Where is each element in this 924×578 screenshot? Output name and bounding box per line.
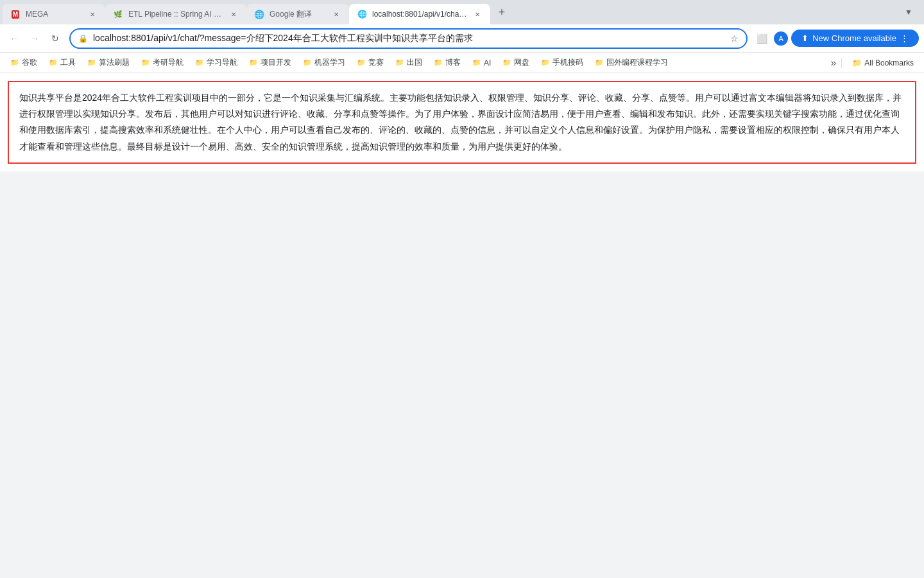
bookmark-ai[interactable]: 📁 AI (467, 56, 496, 70)
bookmark-study-icon: 📁 (195, 58, 204, 67)
bookmark-ai-label: AI (484, 58, 491, 67)
tab-google-translate-title: Google 翻译 (270, 9, 326, 20)
google-translate-favicon: 🌐 (254, 9, 264, 19)
bookmark-coding-course-label: 国外编程课程学习 (606, 57, 668, 68)
back-button[interactable]: ← (5, 30, 23, 48)
bookmark-competition-icon: 📁 (357, 58, 366, 67)
bookmark-tools-icon: 📁 (49, 58, 58, 67)
bookmark-blog-label: 博客 (445, 57, 461, 68)
bookmark-algo-icon: 📁 (87, 58, 96, 67)
address-text: localhost:8801/api/v1/chat/?message=介绍下2… (93, 33, 725, 44)
tab-etl-close[interactable]: ✕ (228, 9, 239, 19)
bookmark-gugou-label: 谷歌 (22, 57, 37, 68)
bookmark-ml-icon: 📁 (303, 58, 312, 67)
new-chrome-label: New Chrome available (812, 33, 896, 43)
bookmark-tools[interactable]: 📁 工具 (44, 55, 81, 71)
tab-localhost[interactable]: 🌐 localhost:8801/api/v1/chat/?m... ✕ (349, 4, 490, 24)
new-chrome-icon: ⬆ (801, 33, 809, 43)
tab-mega-title: MEGA (26, 10, 82, 19)
tab-etl-title: ETL Pipeline :: Spring AI Refe... (128, 10, 223, 19)
bookmark-kaoyan-icon: 📁 (141, 58, 150, 67)
bookmark-kaoyan-label: 考研导航 (153, 57, 184, 68)
bookmark-star-icon[interactable]: ☆ (730, 33, 739, 44)
bookmarks-separator (841, 58, 842, 68)
all-bookmarks-icon: 📁 (852, 58, 862, 67)
bookmark-netdisk-icon: 📁 (502, 58, 511, 67)
bookmarks-more-icon[interactable]: » (830, 57, 836, 69)
bookmark-study-label: 学习导航 (207, 57, 237, 68)
new-tab-button[interactable]: + (493, 3, 511, 21)
all-bookmarks-label: All Bookmarks (864, 58, 914, 67)
forward-button[interactable]: → (26, 30, 44, 48)
lock-icon: 🔒 (78, 34, 88, 43)
bookmark-abroad-label: 出国 (407, 57, 422, 68)
bookmark-project[interactable]: 📁 项目开发 (244, 55, 296, 71)
tab-bar: M MEGA ✕ 🌿 ETL Pipeline :: Spring AI Ref… (0, 0, 924, 24)
bookmark-tools-label: 工具 (60, 57, 76, 68)
nav-bar: ← → ↻ 🔒 localhost:8801/api/v1/chat/?mess… (0, 24, 924, 53)
bookmarks-bar: 📁 谷歌 📁 工具 📁 算法刷题 📁 考研导航 📁 学习导航 📁 项目开发 📁 … (0, 53, 924, 73)
response-content-box: 知识共享平台是2024年合工大软件工程实训项目中的一部分，它是一个知识采集与汇编… (8, 81, 916, 164)
bookmark-kaoyan[interactable]: 📁 考研导航 (136, 55, 189, 71)
tab-bar-right: ▼ (901, 4, 921, 20)
etl-favicon: 🌿 (113, 9, 123, 19)
bookmark-algo-label: 算法刷题 (99, 57, 130, 68)
bookmark-netdisk[interactable]: 📁 网盘 (497, 55, 535, 71)
bookmark-project-label: 项目开发 (261, 57, 291, 68)
localhost-favicon: 🌐 (357, 9, 367, 19)
bookmark-coding-course[interactable]: 📁 国外编程课程学习 (590, 55, 673, 71)
bookmark-blog-icon: 📁 (434, 58, 443, 67)
address-query: 介绍下2024年合工大软件工程实训中知识共享平台的需求 (246, 33, 473, 43)
profile-avatar: A (774, 31, 788, 46)
bookmark-study[interactable]: 📁 学习导航 (190, 55, 243, 71)
bookmark-gugou-icon: 📁 (10, 58, 19, 67)
bookmark-ml[interactable]: 📁 机器学习 (298, 55, 350, 71)
bookmark-competition[interactable]: 📁 竞赛 (352, 55, 389, 71)
tab-google-translate-close[interactable]: ✕ (331, 9, 341, 19)
tab-dropdown-button[interactable]: ▼ (901, 4, 916, 20)
address-bar[interactable]: 🔒 localhost:8801/api/v1/chat/?message=介绍… (69, 28, 748, 49)
new-chrome-menu-icon: ⋮ (900, 33, 909, 43)
tab-localhost-close[interactable]: ✕ (472, 9, 483, 19)
mega-favicon: M (10, 9, 21, 19)
bookmark-competition-label: 竞赛 (368, 57, 384, 68)
bookmark-phone-icon: 📁 (541, 58, 550, 67)
tab-google-translate[interactable]: 🌐 Google 翻译 ✕ (246, 4, 349, 24)
profile-button[interactable]: A (772, 30, 790, 48)
address-url: localhost:8801/api/v1/chat/?message= (93, 33, 246, 43)
tab-localhost-title: localhost:8801/api/v1/chat/?m... (372, 10, 467, 19)
response-text: 知识共享平台是2024年合工大软件工程实训项目中的一部分，它是一个知识采集与汇编… (19, 92, 902, 152)
extensions-button[interactable]: ⬜ (753, 30, 771, 48)
bookmark-gugou[interactable]: 📁 谷歌 (5, 55, 42, 71)
bookmarks-more: » 📁 All Bookmarks (830, 56, 919, 70)
bookmark-ai-icon: 📁 (472, 58, 481, 67)
bookmark-coding-course-icon: 📁 (595, 58, 604, 67)
new-chrome-button[interactable]: ⬆ New Chrome available ⋮ (791, 30, 919, 47)
bookmark-blog[interactable]: 📁 博客 (429, 55, 466, 71)
bookmark-phone-label: 手机接码 (552, 57, 583, 68)
nav-right-controls: ⬜ A ⬆ New Chrome available ⋮ (753, 30, 919, 48)
tab-etl[interactable]: 🌿 ETL Pipeline :: Spring AI Refe... ✕ (105, 4, 246, 24)
all-bookmarks-item[interactable]: 📁 All Bookmarks (847, 56, 919, 70)
bookmark-phone[interactable]: 📁 手机接码 (536, 55, 588, 71)
bookmark-algo[interactable]: 📁 算法刷题 (82, 55, 135, 71)
bookmark-netdisk-label: 网盘 (514, 57, 529, 68)
bookmark-ml-label: 机器学习 (314, 57, 345, 68)
bookmark-abroad-icon: 📁 (395, 58, 404, 67)
bookmark-project-icon: 📁 (249, 58, 258, 67)
bookmark-abroad[interactable]: 📁 出国 (390, 55, 427, 71)
tab-mega-close[interactable]: ✕ (87, 9, 98, 19)
tab-mega[interactable]: M MEGA ✕ (3, 4, 105, 24)
main-content: 知识共享平台是2024年合工大软件工程实训项目中的一部分，它是一个知识采集与汇编… (0, 73, 924, 171)
refresh-button[interactable]: ↻ (46, 30, 64, 48)
